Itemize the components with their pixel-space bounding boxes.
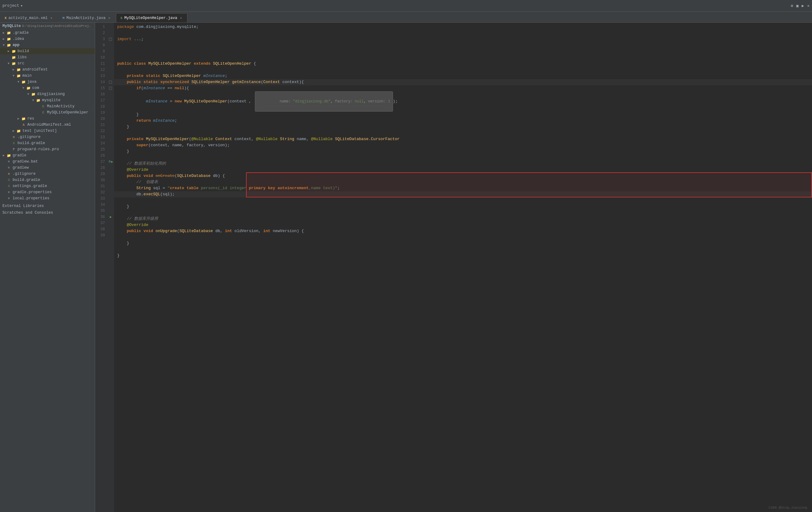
gutter-icons: - - - ⑤▶ <box>107 23 114 512</box>
code-line-1: package com.dingjiaxiong.mysqlite; <box>114 24 812 30</box>
project-name: project <box>2 3 19 8</box>
tab-close[interactable]: ✕ <box>107 16 111 20</box>
sidebar-item-build-app[interactable]: ▶ 📁 build <box>0 48 95 54</box>
sidebar-item-java[interactable]: ▼ 📁 java <box>0 79 95 85</box>
sidebar-item-build-gradle-app[interactable]: G build.gradle <box>0 140 95 146</box>
folder-icon: 📁 <box>16 128 22 133</box>
project-dropdown[interactable]: project ▾ <box>2 3 23 8</box>
sidebar-title: MySQLite <box>2 24 21 28</box>
item-label: gradlew.bat <box>12 159 38 164</box>
code-line-27: String sql = "create table persons(_id i… <box>114 185 812 191</box>
sidebar-item-mysqlitehelper-file[interactable]: C MySQLiteOpenHelper <box>0 110 95 116</box>
tree-arrow: ▶ <box>11 68 16 71</box>
sidebar-item-idea[interactable]: ▶ 📁 .idea <box>0 36 95 42</box>
close-icon[interactable]: ✕ <box>807 3 810 8</box>
code-line-24: @Override <box>114 167 812 173</box>
tab-mainactivity[interactable]: M MainActivity.java ✕ <box>58 13 116 22</box>
code-line-16: return mInstance; <box>114 118 812 124</box>
sidebar-item-gitignore-root[interactable]: ⊙ .gitignore <box>0 171 95 177</box>
run-config-icon[interactable]: ▶ <box>802 3 804 8</box>
tree-arrow: ▶ <box>1 37 6 41</box>
sidebar-item-libs[interactable]: 📁 libs <box>0 54 95 60</box>
item-label: gradle.properties <box>12 190 52 194</box>
sidebar-item-test[interactable]: ▶ 📁 test [unitTest] <box>0 128 95 134</box>
fold-button[interactable]: - <box>109 81 112 84</box>
folder-icon: 📁 <box>16 73 22 78</box>
tree-arrow: ▶ <box>1 154 6 157</box>
code-line-18 <box>114 130 812 136</box>
sidebar-item-local-props[interactable]: ≡ local.properties <box>0 195 95 202</box>
folder-icon: 📁 <box>36 98 41 103</box>
sidebar-item-proguard[interactable]: P proguard-rules.pro <box>0 146 95 152</box>
scratches-label: Scratches and Consoles <box>2 211 53 215</box>
sidebar-item-androidmanifest[interactable]: A AndroidManifest.xml <box>0 122 95 128</box>
code-line-39 <box>114 259 812 265</box>
tab-close[interactable]: ✕ <box>179 16 183 20</box>
sidebar-item-androidtest[interactable]: ▶ 📁 androidTest <box>0 66 95 73</box>
parameter-hint: name: "dingjiaxiong.db", factory: null, … <box>255 91 393 112</box>
settings-icon[interactable]: ⚙ <box>791 3 793 8</box>
sidebar-item-settings-gradle[interactable]: G settings.gradle <box>0 183 95 189</box>
sidebar-item-build-gradle-root[interactable]: G build.gradle <box>0 177 95 183</box>
item-label: src <box>18 61 25 66</box>
code-line-17: } <box>114 124 812 130</box>
code-line-blank <box>114 42 812 49</box>
item-label: local.properties <box>12 196 49 201</box>
sidebar-item-mysqlite-pkg[interactable]: ▼ 📁 mysqlite <box>0 97 95 103</box>
watermark: CSDN @Ding_Jiaxiong <box>769 506 807 510</box>
item-label: androidTest <box>22 67 48 72</box>
sidebar-item-com[interactable]: ▼ 📁 com <box>0 85 95 91</box>
tree-arrow: ▼ <box>6 62 11 65</box>
scratches-item[interactable]: Scratches and Consoles <box>0 209 95 216</box>
sidebar-item-dingjiaxiong[interactable]: ▼ 📁 dingjiaxiong <box>0 91 95 97</box>
sidebar-item-main[interactable]: ▼ 📁 main <box>0 73 95 79</box>
sidebar-item-mainactivity-file[interactable]: C MainActivity <box>0 103 95 110</box>
sidebar-item-gradle[interactable]: ▶ 📁 .gradle <box>0 30 95 36</box>
code-scroll[interactable]: package com.dingjiaxiong.mysqlite; impor… <box>114 23 812 512</box>
tab-mysqlite[interactable]: S MySQLiteOpenHelper.java ✕ <box>116 13 188 22</box>
sidebar-item-gradle-dir[interactable]: ▶ 📁 gradle <box>0 152 95 158</box>
sidebar-item-gradlew-bat[interactable]: ≡ gradlew.bat <box>0 158 95 164</box>
tab-close[interactable]: ✕ <box>49 16 53 20</box>
item-label: settings.gradle <box>12 184 47 188</box>
folder-icon: 📁 <box>16 67 22 72</box>
folder-icon: 📁 <box>31 92 36 97</box>
bookmark-icon: ⑤ <box>108 159 111 165</box>
item-label: .gitignore <box>18 135 40 139</box>
code-line-9: public class MySQLiteOpenHelper extends … <box>114 61 812 67</box>
folder-icon: 📁 <box>11 61 17 66</box>
sidebar-item-gradle-props[interactable]: ≡ gradle.properties <box>0 189 95 195</box>
xml-icon: X <box>5 16 7 20</box>
sidebar-item-gradlew[interactable]: ≡ gradlew <box>0 164 95 171</box>
tree-arrow: ▼ <box>21 87 26 90</box>
folder-icon: 📁 <box>6 42 12 48</box>
folder-icon: 📁 <box>21 116 26 121</box>
fold-button[interactable]: - <box>109 38 112 41</box>
sidebar-item-res[interactable]: ▶ 📁 res <box>0 116 95 122</box>
sidebar-item-gitignore-app[interactable]: ⊙ .gitignore <box>0 134 95 140</box>
build-icon[interactable]: ▣ <box>796 3 799 8</box>
item-label: gradlew <box>12 165 29 170</box>
folder-icon: 📁 <box>6 36 12 41</box>
java-m-icon: M <box>63 16 65 20</box>
code-line-22 <box>114 154 812 161</box>
external-libraries-item[interactable]: External Libraries <box>0 203 95 209</box>
tab-activity-main[interactable]: X activity_main.xml ✕ <box>0 13 58 22</box>
file-icon: ≡ <box>6 165 12 170</box>
tree-arrow: ▼ <box>11 74 16 78</box>
code-line-8 <box>114 55 812 61</box>
code-line-15: } <box>114 112 812 118</box>
code-line-32: // 数据库升级用 <box>114 216 812 222</box>
code-line-21: } <box>114 148 812 154</box>
tree-arrow: ▶ <box>16 117 21 120</box>
item-label: .gradle <box>12 31 29 35</box>
run-gutter-icon2[interactable]: ▶ <box>110 214 112 220</box>
item-label: res <box>27 117 34 121</box>
java-s-icon: S <box>121 16 123 20</box>
sidebar-item-src[interactable]: ▼ 📁 src <box>0 60 95 66</box>
fold-button[interactable]: - <box>109 87 112 90</box>
sidebar-path: D:\DingJiaxiong\AndroidStudioProjects\M <box>22 24 92 28</box>
code-line-33: @Override <box>114 222 812 228</box>
sidebar-item-app[interactable]: ▼ 📁 app <box>0 42 95 48</box>
run-gutter-icon[interactable]: ▶ <box>111 159 113 165</box>
